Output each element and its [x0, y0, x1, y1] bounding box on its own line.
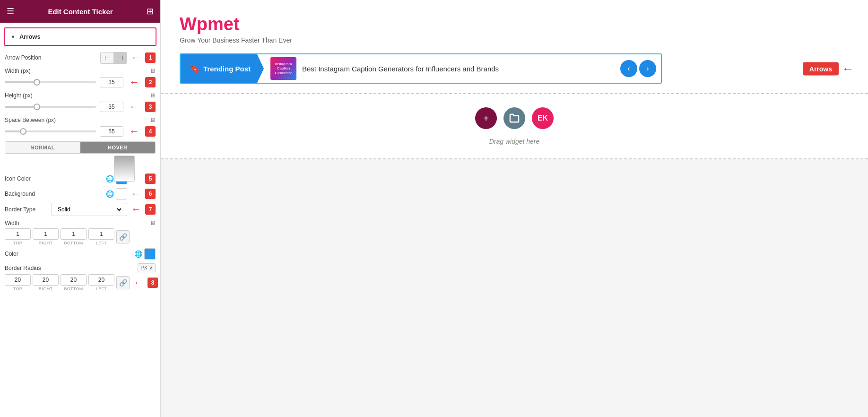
- height-label: Height (px): [5, 92, 33, 99]
- right-panel: Wpmet Grow Your Business Faster Than Eve…: [161, 0, 868, 417]
- border-right-input[interactable]: [33, 228, 59, 240]
- background-label: Background: [5, 191, 35, 197]
- border-radius-four-box: TOP RIGHT BOTTOM LEFT 🔗 ← 8: [5, 274, 156, 291]
- background-color-swatch[interactable]: [116, 188, 127, 200]
- section-collapse-icon: ▼: [10, 34, 16, 40]
- border-top-input[interactable]: [5, 228, 31, 240]
- icon-color-label: Icon Color: [5, 175, 31, 182]
- annotation-badge-8: 8: [148, 278, 158, 288]
- ticker-thumbnail: Instagram Caption Generator: [270, 57, 296, 80]
- border-width-label: Width: [5, 220, 19, 226]
- space-slider-track[interactable]: [5, 130, 96, 132]
- annotation-arrow-6: ←: [131, 188, 141, 200]
- annotation-badge-4: 4: [145, 126, 156, 137]
- annotation-badge-7: 7: [145, 204, 156, 215]
- border-radius-label: Border Radius: [5, 265, 41, 271]
- space-monitor-icon: 🖥: [150, 117, 156, 123]
- grid-icon[interactable]: ⊞: [147, 6, 154, 17]
- ticker-prev-btn[interactable]: ‹: [620, 60, 637, 77]
- width-label: Width (px): [5, 68, 31, 74]
- height-value-input[interactable]: [100, 102, 123, 112]
- width-value-input[interactable]: [100, 77, 123, 87]
- space-between-control-row: Space Between (px) 🖥: [5, 117, 156, 123]
- ticker-next-btn[interactable]: ›: [639, 60, 656, 77]
- arrow-position-row: Arrow Position ⊢ ⊣ ← 1: [5, 52, 156, 64]
- panel-title: Edit Content Ticker: [48, 8, 113, 16]
- ticker-label-text: Trending Post: [203, 65, 251, 73]
- annotation-arrow-4: ←: [129, 125, 139, 138]
- ticker-thumb-inner: Instagram Caption Generator: [273, 60, 294, 78]
- background-globe-icon[interactable]: 🌐: [106, 190, 114, 198]
- hover-tab-btn[interactable]: HOVER: [80, 142, 156, 153]
- radius-top-label: TOP: [13, 287, 22, 291]
- preview-subtitle: Grow Your Business Faster Than Ever: [180, 36, 849, 44]
- annotation-arrow-8: ←: [133, 277, 144, 289]
- border-link-btn[interactable]: 🔗: [116, 230, 130, 243]
- border-left-input[interactable]: [88, 228, 114, 240]
- radius-right-label: RIGHT: [39, 287, 53, 291]
- annotation-badge-6: 6: [145, 189, 156, 199]
- width-control-row: Width (px) 🖥: [5, 68, 156, 74]
- radius-left-label: LEFT: [96, 287, 107, 291]
- annotation-badge-2: 2: [145, 77, 156, 87]
- section-label: Arrows: [19, 33, 41, 40]
- folder-widget-btn[interactable]: [503, 107, 525, 129]
- border-bottom-label: BOTTOM: [64, 241, 83, 245]
- border-type-select[interactable]: Solid None Dashed Dotted Double Groove: [56, 206, 123, 213]
- border-type-label: Border Type: [5, 206, 35, 213]
- annotation-arrow-2: ←: [129, 76, 139, 88]
- hamburger-icon[interactable]: ☰: [7, 6, 14, 17]
- border-radius-unit[interactable]: PX ∨: [138, 263, 156, 272]
- border-color-label: Color: [5, 251, 18, 257]
- normal-tab-btn[interactable]: NORMAL: [5, 142, 80, 153]
- height-slider-track[interactable]: [5, 106, 96, 108]
- icon-color-globe-icon[interactable]: 🌐: [106, 175, 114, 182]
- border-left-label: LEFT: [96, 241, 107, 245]
- thumb-line3: Generator: [275, 71, 292, 76]
- border-top-label: TOP: [13, 241, 22, 245]
- space-slider-row: ← 4: [5, 125, 156, 138]
- preview-area: Wpmet Grow Your Business Faster Than Eve…: [161, 0, 868, 94]
- arrows-label-box: Arrows: [803, 62, 839, 75]
- thumb-line2: Caption: [275, 66, 292, 71]
- arrows-annotation-arrow: →: [842, 61, 854, 76]
- thumb-line1: Instagram: [275, 62, 292, 67]
- annotation-badge-5: 5: [145, 174, 156, 184]
- radius-left-input[interactable]: [88, 274, 114, 286]
- drag-section: + EK Drag widget here: [161, 94, 868, 159]
- widget-buttons: + EK: [475, 107, 554, 129]
- ticker-label: 🔖 Trending Post: [181, 54, 264, 83]
- border-color-controls: 🌐: [134, 248, 156, 260]
- arrow-pos-left-btn[interactable]: ⊢: [101, 52, 114, 63]
- border-color-globe-icon[interactable]: 🌐: [134, 250, 142, 258]
- radius-bottom-input[interactable]: [61, 274, 87, 286]
- border-color-row: Color 🌐: [5, 248, 156, 260]
- border-color-swatch[interactable]: [144, 248, 156, 260]
- border-width-monitor-icon: 🖥: [150, 220, 156, 226]
- border-width-top: TOP: [5, 228, 31, 245]
- eks-widget-btn[interactable]: EK: [532, 107, 554, 129]
- ticker-label-icon: 🔖: [189, 63, 200, 74]
- annotation-arrow-7: ←: [131, 203, 141, 216]
- left-panel: ☰ Edit Content Ticker ⊞ ▼ Arrows Arrow P…: [0, 0, 161, 417]
- radius-link-btn[interactable]: 🔗: [116, 276, 130, 289]
- radius-right: RIGHT: [33, 274, 59, 291]
- height-control-row: Height (px) 🖥: [5, 92, 156, 99]
- border-type-row: Border Type Solid None Dashed Dotted Dou…: [5, 203, 156, 216]
- border-type-select-wrapper[interactable]: Solid None Dashed Dotted Double Groove: [52, 203, 127, 216]
- radius-top-input[interactable]: [5, 274, 31, 286]
- height-slider-row: ← 3: [5, 101, 156, 113]
- section-arrows[interactable]: ▼ Arrows: [4, 27, 156, 46]
- add-widget-btn[interactable]: +: [475, 107, 497, 129]
- space-value-input[interactable]: [100, 126, 123, 137]
- arrow-pos-right-btn[interactable]: ⊣: [114, 52, 127, 63]
- radius-left: LEFT: [88, 274, 114, 291]
- border-right-label: RIGHT: [39, 241, 53, 245]
- drag-hint: Drag widget here: [180, 138, 849, 145]
- radius-right-input[interactable]: [33, 274, 59, 286]
- arrow-position-buttons: ⊢ ⊣: [100, 52, 127, 64]
- color-popup: [114, 156, 135, 182]
- width-slider-track[interactable]: [5, 81, 96, 83]
- border-bottom-input[interactable]: [61, 228, 87, 240]
- radius-bottom: BOTTOM: [61, 274, 87, 291]
